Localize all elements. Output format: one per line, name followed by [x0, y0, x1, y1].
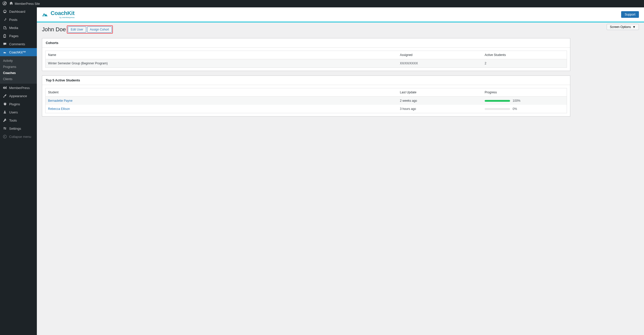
menu-label: Comments — [9, 42, 25, 46]
title-actions-highlight: Edit User Assign Cohort — [67, 25, 113, 34]
student-link[interactable]: Rebecca Ellison — [48, 107, 70, 111]
collapse-icon — [3, 134, 7, 139]
progress-value: 100% — [513, 99, 520, 103]
students-table: Student Last Update Progress Bernadette … — [45, 88, 567, 113]
th-student: Student — [45, 88, 397, 97]
pin-icon — [3, 17, 7, 22]
media-icon — [3, 25, 7, 30]
menu-label: Tools — [9, 119, 17, 122]
menu-coachkit[interactable]: CoachKit™ — [0, 48, 37, 56]
site-name: MemberPress Site — [15, 2, 40, 6]
admin-sidebar: Dashboard Posts Media Pages Comments Coa… — [0, 7, 37, 335]
admin-bar: MemberPress Site — [0, 0, 644, 7]
menu-label: Dashboard — [9, 10, 25, 13]
cell-last-update: 3 hours ago — [397, 105, 482, 113]
menu-settings[interactable]: Settings — [0, 124, 37, 133]
pages-icon — [3, 34, 7, 38]
cell-assigned: XX/XX/XXXX — [397, 59, 482, 68]
screen-options-label: Screen Options — [610, 25, 631, 29]
menu-label: Pages — [9, 34, 19, 38]
mountain-icon — [3, 50, 7, 54]
th-last-update: Last Update — [397, 88, 482, 97]
brand: m CoachKit by memberpress — [42, 10, 74, 19]
coachkit-submenu: Activity Programs Coaches Clients — [0, 56, 37, 84]
screen-options-button[interactable]: Screen Options ▼ — [607, 24, 639, 30]
menu-label: MemberPress — [9, 86, 30, 90]
cell-student: Rebecca Ellison — [45, 105, 397, 113]
submenu-activity[interactable]: Activity — [0, 58, 37, 64]
memberpress-icon — [3, 85, 7, 90]
progress-value: 0% — [513, 107, 517, 111]
svg-point-0 — [3, 135, 7, 138]
page-title: John Doe — [42, 26, 66, 33]
cohorts-table: Name Assigned Active Students Winter Sem… — [45, 51, 567, 68]
cell-student: Bernadette Payne — [45, 97, 397, 105]
menu-users[interactable]: Users — [0, 108, 37, 116]
brand-name: CoachKit — [51, 10, 74, 16]
panel-title: Top 5 Active Students — [42, 76, 570, 85]
chevron-down-icon: ▼ — [632, 25, 636, 29]
wordpress-icon — [3, 1, 7, 6]
submenu-clients[interactable]: Clients — [0, 76, 37, 82]
cell-active: 2 — [482, 59, 567, 68]
th-name: Name — [45, 51, 397, 59]
user-icon — [3, 110, 7, 114]
dashboard-icon — [3, 9, 7, 14]
edit-user-button[interactable]: Edit User — [68, 26, 86, 33]
menu-media[interactable]: Media — [0, 24, 37, 32]
students-panel: Top 5 Active Students Student Last Updat… — [42, 76, 570, 116]
menu-tools[interactable]: Tools — [0, 116, 37, 124]
menu-pages[interactable]: Pages — [0, 32, 37, 40]
menu-label: Settings — [9, 127, 21, 130]
menu-label: Media — [9, 26, 18, 30]
menu-label: Users — [9, 110, 18, 114]
home-icon — [9, 1, 13, 6]
cell-progress: 100% — [482, 97, 567, 105]
brand-subtitle: by memberpress — [59, 16, 75, 19]
menu-label: Appearance — [9, 94, 27, 98]
menu-comments[interactable]: Comments — [0, 40, 37, 48]
page-top: Screen Options ▼ John Doe Edit User Assi… — [37, 22, 644, 36]
th-progress: Progress — [482, 88, 567, 97]
cohorts-panel: Cohorts Name Assigned Active Students Wi… — [42, 38, 570, 71]
menu-dashboard[interactable]: Dashboard — [0, 7, 37, 16]
content-header: m CoachKit by memberpress Support — [37, 7, 644, 22]
comments-icon — [3, 42, 7, 46]
menu-label: CoachKit™ — [9, 50, 26, 54]
sliders-icon — [3, 126, 7, 131]
menu-label: Collapse menu — [9, 135, 31, 139]
menu-memberpress[interactable]: MemberPress — [0, 84, 37, 92]
support-button[interactable]: Support — [621, 11, 639, 18]
menu-posts[interactable]: Posts — [0, 16, 37, 24]
submenu-coaches[interactable]: Coaches — [0, 70, 37, 76]
progress-bar — [485, 108, 510, 110]
table-row: Bernadette Payne 2 weeks ago 100% — [45, 97, 567, 105]
cell-progress: 0% — [482, 105, 567, 113]
cell-last-update: 2 weeks ago — [397, 97, 482, 105]
student-link[interactable]: Bernadette Payne — [48, 99, 72, 103]
submenu-programs[interactable]: Programs — [0, 64, 37, 70]
progress-bar — [485, 100, 510, 102]
wrench-icon — [3, 118, 7, 123]
table-row: Winter Semester Group (Beginner Program)… — [45, 59, 567, 68]
site-link[interactable]: MemberPress Site — [9, 1, 40, 6]
menu-label: Plugins — [9, 102, 20, 106]
table-row: Rebecca Ellison 3 hours ago 0% — [45, 105, 567, 113]
menu-label: Posts — [9, 18, 18, 22]
panel-title: Cohorts — [42, 38, 570, 48]
th-active: Active Students — [482, 51, 567, 59]
menu-collapse[interactable]: Collapse menu — [0, 133, 37, 141]
cell-name: Winter Semester Group (Beginner Program) — [45, 59, 397, 68]
wordpress-logo[interactable] — [3, 1, 7, 6]
brand-logo-icon: m — [42, 12, 49, 17]
menu-plugins[interactable]: Plugins — [0, 100, 37, 108]
assign-cohort-button[interactable]: Assign Cohort — [87, 26, 112, 33]
plug-icon — [3, 102, 7, 106]
menu-appearance[interactable]: Appearance — [0, 92, 37, 100]
brush-icon — [3, 94, 7, 98]
main-content: m CoachKit by memberpress Support Screen… — [37, 7, 644, 335]
th-assigned: Assigned — [397, 51, 482, 59]
